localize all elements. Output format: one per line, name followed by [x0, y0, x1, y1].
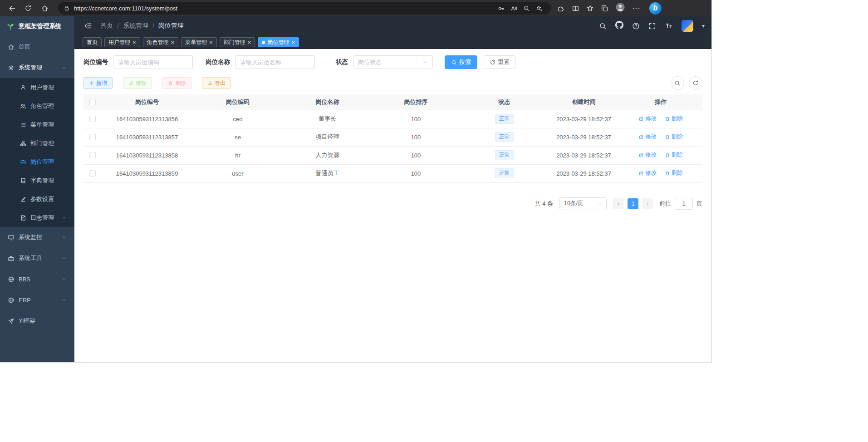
- sidebar-item-system-tools[interactable]: 系统工具: [0, 248, 74, 269]
- sidebar-subitem-user-management[interactable]: 用户管理: [0, 78, 74, 97]
- sidebar-subitem-role-management[interactable]: 角色管理: [0, 97, 74, 115]
- delete-button[interactable]: 删除: [162, 77, 191, 89]
- profile-button[interactable]: [615, 2, 625, 14]
- refresh-table-button[interactable]: [689, 76, 702, 90]
- sidebar-item-system-management[interactable]: 系统管理: [0, 57, 74, 78]
- password-key-button[interactable]: [495, 3, 507, 14]
- cell-post-id: 1641030593112313858: [102, 146, 192, 164]
- add-button[interactable]: 新增: [83, 77, 113, 89]
- font-size-button[interactable]: [665, 22, 673, 30]
- address-bar[interactable]: https://ccnetcore.com:1101/system/post: [58, 2, 551, 15]
- breadcrumb-system-management[interactable]: 系统管理: [123, 22, 148, 30]
- row-edit-link[interactable]: 修改: [638, 169, 657, 177]
- row-edit-link[interactable]: 修改: [638, 133, 657, 141]
- select-all-checkbox[interactable]: [89, 99, 96, 105]
- row-delete-link[interactable]: 删除: [665, 133, 683, 141]
- sidebar-menu: 首页 系统管理 用户管理 角色管理 菜单管理: [0, 36, 74, 331]
- close-icon[interactable]: ×: [132, 39, 136, 45]
- book-icon: [20, 177, 26, 184]
- row-delete-link[interactable]: 删除: [665, 169, 683, 177]
- cell-post-name: 人力资源: [283, 146, 372, 164]
- chevron-up-icon: [61, 65, 67, 70]
- sidebar-item-bbs[interactable]: BBS: [0, 269, 74, 290]
- edit-square-icon: [638, 116, 644, 122]
- reset-button[interactable]: 重置: [484, 55, 515, 69]
- close-icon[interactable]: ×: [248, 39, 251, 45]
- read-aloud-button[interactable]: [507, 3, 520, 14]
- bing-copilot-button[interactable]: b: [649, 2, 662, 15]
- sidebar-item-home[interactable]: 首页: [0, 36, 74, 57]
- extensions-button[interactable]: [557, 5, 565, 12]
- cell-post-name: 普通员工: [283, 164, 372, 182]
- github-button[interactable]: [615, 21, 623, 31]
- help-button[interactable]: [632, 22, 640, 30]
- header-search-button[interactable]: [599, 22, 607, 30]
- favorites-button[interactable]: [586, 5, 594, 12]
- breadcrumb-home[interactable]: 首页: [100, 22, 113, 30]
- key-icon: [498, 5, 505, 12]
- post-name-input[interactable]: [235, 55, 315, 69]
- sidebar-subitem-log-management[interactable]: 日志管理: [0, 208, 74, 227]
- search-icon: [674, 80, 681, 86]
- row-delete-link[interactable]: 删除: [665, 115, 683, 123]
- next-page-button[interactable]: ›: [642, 198, 653, 209]
- close-icon[interactable]: ×: [291, 39, 295, 45]
- row-checkbox[interactable]: [89, 134, 96, 140]
- tab-department-management[interactable]: 部门管理 ×: [220, 37, 255, 47]
- fullscreen-button[interactable]: [648, 22, 656, 30]
- sidebar-subitem-dictionary-management[interactable]: 字典管理: [0, 171, 74, 190]
- sidebar-subitem-parameter-settings[interactable]: 参数设置: [0, 190, 74, 208]
- close-icon[interactable]: ×: [171, 39, 175, 45]
- sidebar-subitem-department-management[interactable]: 部门管理: [0, 134, 74, 152]
- tab-user-management[interactable]: 用户管理 ×: [104, 37, 140, 47]
- export-button[interactable]: 导出: [202, 77, 231, 89]
- status-badge: 正常: [495, 132, 514, 142]
- tab-menu-management[interactable]: 菜单管理 ×: [181, 37, 217, 47]
- back-button[interactable]: [4, 1, 20, 15]
- page-size-select[interactable]: 10条/页: [559, 197, 607, 210]
- post-code-input[interactable]: [113, 55, 193, 69]
- status-select[interactable]: 岗位状态: [353, 55, 433, 69]
- add-favorite-button[interactable]: [533, 3, 545, 14]
- row-checkbox[interactable]: [89, 170, 96, 177]
- toggle-search-button[interactable]: [671, 76, 684, 90]
- tab-home[interactable]: 首页: [83, 37, 102, 47]
- close-icon[interactable]: ×: [209, 39, 213, 45]
- refresh-button[interactable]: [20, 1, 36, 15]
- tab-role-management[interactable]: 角色管理 ×: [143, 37, 179, 47]
- briefcase-icon: [20, 159, 26, 165]
- user-avatar[interactable]: [682, 20, 693, 32]
- row-edit-link[interactable]: 修改: [638, 151, 657, 159]
- zoom-out-button[interactable]: [520, 3, 533, 14]
- chevron-down-icon: [61, 215, 67, 221]
- sidebar-subitem-post-management[interactable]: 岗位管理: [0, 152, 74, 171]
- trash-icon: [665, 152, 670, 158]
- collections-button[interactable]: [601, 5, 608, 12]
- sidebar-subitem-menu-management[interactable]: 菜单管理: [0, 115, 74, 134]
- log-document-icon: [20, 215, 26, 221]
- sidebar-item-erp[interactable]: ERP: [0, 290, 74, 310]
- prev-page-button[interactable]: ‹: [613, 198, 624, 209]
- home-button[interactable]: [36, 1, 53, 15]
- prev-icon: ‹: [618, 200, 620, 207]
- monitor-icon: [8, 234, 15, 241]
- more-menu-button[interactable]: ⋯: [632, 3, 641, 13]
- home-icon: [41, 5, 49, 12]
- search-button[interactable]: 搜索: [445, 55, 477, 69]
- page-number-button[interactable]: 1: [628, 198, 638, 209]
- row-delete-link[interactable]: 删除: [665, 151, 683, 159]
- post-code-label: 岗位编号: [83, 58, 108, 66]
- table-utility-buttons: [671, 76, 702, 90]
- sidebar-item-yi-framework[interactable]: Yi框架: [0, 310, 74, 331]
- split-screen-button[interactable]: [572, 5, 579, 12]
- row-checkbox[interactable]: [89, 116, 96, 122]
- goto-page-input[interactable]: [675, 198, 693, 210]
- edit-button[interactable]: 修改: [123, 77, 152, 89]
- tab-post-management[interactable]: 岗位管理 ×: [258, 37, 299, 47]
- row-checkbox[interactable]: [89, 152, 96, 158]
- sidebar-item-system-monitor[interactable]: 系统监控: [0, 227, 74, 248]
- sidebar-fold-button[interactable]: [81, 19, 95, 33]
- caret-down-icon[interactable]: ▾: [702, 23, 705, 29]
- navbar-actions: ▾: [599, 20, 705, 32]
- row-edit-link[interactable]: 修改: [638, 115, 657, 123]
